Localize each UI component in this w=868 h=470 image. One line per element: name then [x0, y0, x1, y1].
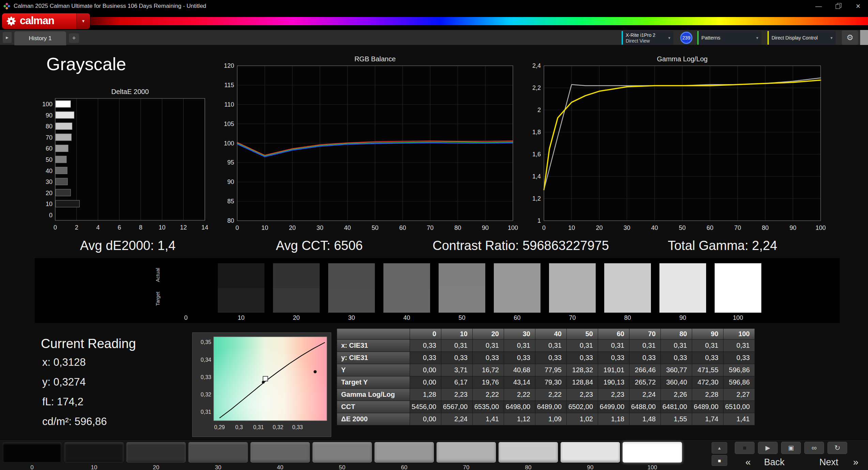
pattern-level-label: 100	[621, 464, 683, 470]
pattern-level-button-10[interactable]	[64, 442, 124, 463]
reading-fl: fL: 174,2	[42, 396, 83, 408]
display-control-accent	[767, 31, 769, 45]
table-cell: 2,27	[724, 389, 755, 401]
pattern-level-button-100[interactable]	[623, 442, 682, 463]
table-cell: 1,02	[567, 413, 598, 425]
pattern-level-cell: 80	[497, 440, 559, 470]
pattern-level-button-70[interactable]	[437, 442, 496, 463]
svg-text:0,29: 0,29	[214, 424, 225, 430]
table-row-label: ΔE 2000	[337, 413, 410, 425]
patterns-label: Patterns	[701, 31, 720, 45]
swatch-box	[273, 263, 320, 313]
table-cell: 0,31	[724, 340, 755, 352]
settings-button[interactable]: ⚙	[842, 30, 858, 45]
display-control-label: Direct Display Control	[772, 31, 818, 45]
back-button[interactable]: Back	[754, 456, 795, 468]
table-cell: 1,28	[410, 389, 441, 401]
swatch-level-label: 80	[604, 314, 651, 322]
pattern-level-label: 80	[497, 464, 559, 470]
current-reading-heading: Current Reading	[41, 336, 136, 351]
side-panel-handle[interactable]	[860, 30, 868, 45]
table-cell: 6535,00	[473, 401, 504, 413]
restore-button[interactable]	[828, 0, 848, 12]
svg-text:10: 10	[261, 224, 268, 231]
pattern-window-button[interactable]: ■	[712, 455, 727, 466]
save-button[interactable]: ▣	[781, 442, 801, 454]
next-chevron-icon[interactable]: »	[851, 456, 861, 468]
logo-menu-button[interactable]: ▼	[76, 13, 90, 29]
table-column-header: 60	[598, 329, 629, 340]
calman-logo-button[interactable]: calman ▼	[2, 13, 90, 29]
svg-text:RGB Balance: RGB Balance	[354, 55, 396, 63]
svg-text:70: 70	[734, 224, 741, 231]
table-cell: 2,22	[504, 389, 535, 401]
pattern-level-button-80[interactable]	[499, 442, 558, 463]
pattern-level-button-0[interactable]	[2, 442, 62, 463]
minimize-button[interactable]: —	[809, 0, 828, 12]
svg-text:14: 14	[201, 224, 208, 231]
add-tab-button[interactable]: +	[69, 33, 79, 43]
pattern-level-button-30[interactable]	[188, 442, 248, 463]
pattern-level-cell: 90	[559, 440, 621, 470]
table-cell: 1,12	[504, 413, 535, 425]
table-cell: 1,18	[598, 413, 629, 425]
pattern-level-button-90[interactable]	[561, 442, 620, 463]
svg-text:100: 100	[224, 140, 234, 147]
svg-text:70: 70	[46, 134, 52, 141]
tab-history-1[interactable]: History 1	[14, 31, 66, 45]
close-button[interactable]: ×	[848, 0, 868, 12]
swatch-level-label: 30	[328, 314, 375, 322]
swatch-level-label: 90	[659, 314, 706, 322]
minimize-icon: —	[816, 2, 822, 10]
svg-text:30: 30	[624, 224, 630, 231]
svg-text:30: 30	[317, 224, 323, 231]
table-cell: 16,72	[473, 364, 504, 376]
table-cell: 2,23	[567, 389, 598, 401]
next-button[interactable]: Next	[808, 456, 849, 468]
pattern-level-button-20[interactable]	[126, 442, 186, 463]
swatch-target	[659, 288, 706, 313]
history-panel-toggle-button[interactable]: ▸	[3, 32, 12, 43]
swatch-row-label-target: Target	[155, 288, 161, 309]
play-button[interactable]: ▶	[758, 442, 778, 454]
loop-button[interactable]: ∞	[804, 442, 824, 454]
table-cell: 360,77	[661, 364, 692, 376]
svg-text:10: 10	[46, 201, 52, 207]
meter-dropdown[interactable]: X-Rite i1Pro 2 Direct View ▼	[622, 31, 673, 45]
table-cell: 6567,00	[441, 401, 473, 413]
table-cell: 2,23	[598, 389, 629, 401]
back-chevron-icon[interactable]: «	[743, 456, 753, 468]
table-cell: 43,14	[504, 376, 535, 389]
svg-text:90: 90	[227, 178, 234, 185]
pattern-level-button-50[interactable]	[313, 442, 372, 463]
svg-text:1,2: 1,2	[532, 195, 541, 202]
swatch-row-label-actual: Actual	[155, 264, 161, 286]
pattern-level-button-60[interactable]	[375, 442, 434, 463]
svg-text:0,31: 0,31	[201, 409, 211, 415]
table-cell: 0,00	[410, 413, 441, 425]
svg-text:80: 80	[762, 224, 769, 231]
swatch-actual	[273, 263, 320, 288]
pattern-up-button[interactable]: ▲	[712, 442, 727, 454]
svg-text:2,4: 2,4	[532, 62, 541, 69]
meter-name: X-Rite i1Pro 2	[626, 32, 655, 38]
table-cell: 0,31	[661, 340, 692, 352]
pattern-level-button-40[interactable]	[250, 442, 310, 463]
cie-chart: 0,310,320,330,340,350,290,30,310,320,33	[193, 333, 331, 437]
swatch-actual	[549, 263, 596, 288]
refresh-button[interactable]: ↻	[827, 442, 847, 454]
stop-button[interactable]: ■	[735, 442, 755, 454]
table-cell: 6502,00	[567, 401, 598, 413]
swatch-target	[604, 288, 651, 313]
swatch-actual	[494, 263, 540, 288]
patterns-dropdown[interactable]: Patterns ▼	[697, 31, 761, 45]
table-cell: 0,31	[535, 340, 567, 352]
svg-text:0,33: 0,33	[201, 374, 211, 380]
grayscale-swatch-20: 20	[273, 263, 320, 322]
svg-text:0,31: 0,31	[253, 424, 264, 430]
svg-text:60: 60	[399, 224, 406, 231]
display-control-dropdown[interactable]: Direct Display Control ▼	[767, 31, 836, 45]
swatch-target	[549, 288, 596, 313]
svg-text:10: 10	[568, 224, 575, 231]
swatch-level-label: 70	[549, 314, 596, 322]
